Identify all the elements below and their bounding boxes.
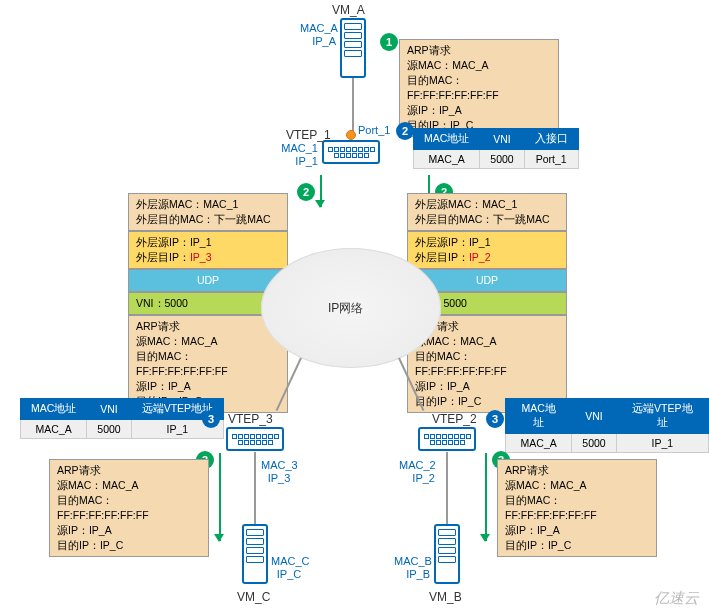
arp-title: ARP请求 [407,43,551,58]
ip-dst-red: IP_3 [190,251,212,263]
td: IP_1 [616,434,708,453]
row: 源IP：IP_A [136,379,280,394]
mac-table-top: MAC地址VNI入接口 MAC_A5000Port_1 [413,128,579,169]
row: ARP请求 [505,463,649,478]
step-1-badge: 1 [380,33,398,51]
vtep2-info: MAC_2 IP_2 [399,459,435,485]
vtep2-ip: IP_2 [399,472,435,485]
row: 外层源MAC：MAC_1 [415,197,559,212]
vmb-ip: IP_B [394,568,430,581]
th: VNI [572,399,616,434]
arp-dstmac: 目的MAC：FF:FF:FF:FF:FF:FF [407,73,551,103]
server-icon [242,524,268,584]
row: 目的MAC：FF:FF:FF:FF:FF:FF [505,493,649,523]
row: 外层源IP：IP_1 [415,235,559,250]
step-2a: 2 [297,183,315,201]
watermark: 亿速云 [654,589,699,608]
arp-srcmac: 源MAC：MAC_A [407,58,551,73]
row: 源MAC：MAC_A [505,478,649,493]
step-3-blue-l: 3 [202,410,220,428]
vtep2-title: VTEP_2 [432,412,477,426]
link-line [352,78,354,138]
vm-a-ip: IP_A [300,35,336,48]
vmb-mac: MAC_B [394,555,430,568]
arrow-down [212,453,226,541]
cloud-label: IP网络 [328,300,363,317]
row: 源MAC：MAC_A [136,334,280,349]
vtep2-mac: MAC_2 [399,459,435,472]
switch-icon [418,427,476,451]
vtep1-mac: MAC_1 [280,142,318,155]
row: 源MAC：MAC_A [57,478,201,493]
vmc-ip: IP_C [271,568,307,581]
vmc-info: MAC_C IP_C [271,555,307,581]
arp-packet-right: ARP请求 源MAC：MAC_A 目的MAC：FF:FF:FF:FF:FF:FF… [497,459,657,557]
row: 外层目的MAC：下一跳MAC [415,212,559,227]
vm-a-mac: MAC_A [300,22,336,35]
arp-srcip: 源IP：IP_A [407,103,551,118]
row: 外层源MAC：MAC_1 [136,197,280,212]
row: 目的MAC：FF:FF:FF:FF:FF:FF [415,349,559,379]
th: 入接口 [524,129,578,150]
row: 目的MAC：FF:FF:FF:FF:FF:FF [136,349,280,379]
row: ARP请求 [136,319,280,334]
row: 源IP：IP_A [415,379,559,394]
switch-icon [322,140,380,164]
link-line [254,452,256,525]
th: VNI [87,399,131,420]
link-line [446,452,448,525]
td: 5000 [572,434,616,453]
th: 远端VTEP地址 [616,399,708,434]
arp-packet-left: ARP请求 源MAC：MAC_A 目的MAC：FF:FF:FF:FF:FF:FF… [49,459,209,557]
arrow-down [478,453,492,541]
vm-a-info: MAC_A IP_A [300,22,336,48]
vtep1-ip: IP_1 [280,155,318,168]
mac-table-left: MAC地址VNI远端VTEP地址 MAC_A5000IP_1 [20,398,224,439]
server-icon [434,524,460,584]
vtep3-title: VTEP_3 [228,412,273,426]
td: MAC_A [21,420,87,439]
td: Port_1 [524,150,578,169]
row: 目的MAC：FF:FF:FF:FF:FF:FF [57,493,201,523]
td: MAC_A [414,150,480,169]
step-3-blue-r: 3 [486,410,504,428]
vmb-title: VM_B [429,590,462,604]
row: 源MAC：MAC_A [415,334,559,349]
port-dot [346,130,356,140]
row: 外层源IP：IP_1 [136,235,280,250]
vtep3-mac: MAC_3 [261,459,297,472]
port1-label: Port_1 [358,124,390,137]
vtep3-info: MAC_3 IP_3 [261,459,297,485]
row: 目的IP：IP_C [57,538,201,553]
row: 外层目IP： [136,251,190,263]
th: MAC地址 [506,399,572,434]
th: VNI [480,129,524,150]
server-icon [340,18,366,78]
row: 源IP：IP_A [505,523,649,538]
th: MAC地址 [414,129,480,150]
arrow-down [313,175,327,207]
switch-icon [226,427,284,451]
ip-dst-red: IP_2 [469,251,491,263]
row: 外层目的MAC：下一跳MAC [136,212,280,227]
mac-table-right: MAC地址VNI远端VTEP地址 MAC_A5000IP_1 [505,398,709,453]
th: MAC地址 [21,399,87,420]
vmc-title: VM_C [237,590,270,604]
step-2-blue: 2 [396,122,414,140]
row: 目的IP：IP_C [505,538,649,553]
vmb-info: MAC_B IP_B [394,555,430,581]
row: UDP [128,269,288,292]
vtep1-info: MAC_1 IP_1 [280,142,318,168]
row: 外层目IP： [415,251,469,263]
td: 5000 [480,150,524,169]
vtep3-ip: IP_3 [261,472,297,485]
row: ARP请求 [57,463,201,478]
arp-packet-1: ARP请求 源MAC：MAC_A 目的MAC：FF:FF:FF:FF:FF:FF… [399,39,559,137]
row: 源IP：IP_A [57,523,201,538]
td: MAC_A [506,434,572,453]
vmc-mac: MAC_C [271,555,307,568]
td: 5000 [87,420,131,439]
vm-a-title: VM_A [332,3,365,17]
